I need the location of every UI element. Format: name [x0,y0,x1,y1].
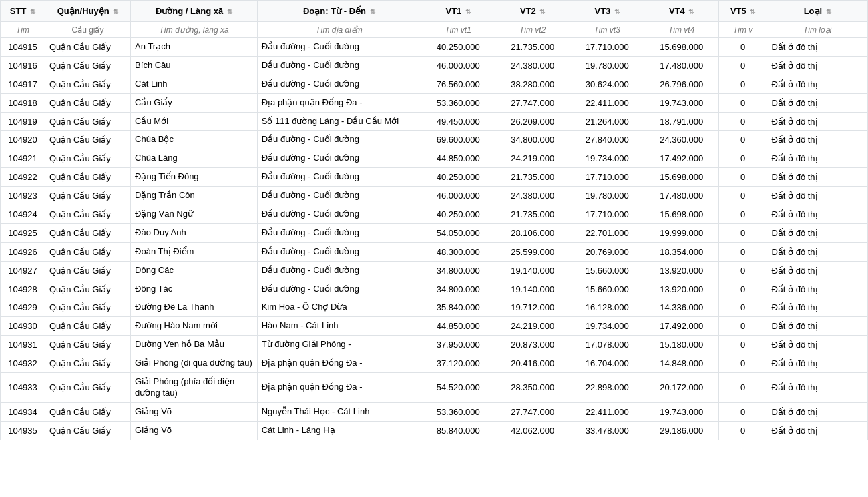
table-cell: Đặng Tiến Đông [131,168,258,187]
filter-cell-vt1[interactable] [421,22,495,38]
table-cell: 34.800.000 [495,131,570,149]
table-row[interactable]: 104918Quận Cầu GiấyCầu GiấyĐịa phận quận… [1,93,868,112]
filter-cell-vt3[interactable] [570,22,644,38]
table-cell: Quận Cầu Giấy [45,205,130,224]
sort-icon-doan[interactable]: ⇅ [370,8,375,15]
table-row[interactable]: 104925Quận Cầu GiấyĐào Duy AnhĐầu đường … [1,223,868,242]
filter-cell-vt5[interactable] [718,22,767,38]
search-input-stt[interactable] [5,25,41,35]
table-row[interactable]: 104935Quận Cầu GiấyGiảng VõCát Linh - Lá… [1,421,868,440]
table-row[interactable]: 104934Quận Cầu GiấyGiảng VõNguyễn Thái H… [1,402,868,421]
table-cell: Đoàn Thị Điểm [131,242,258,261]
table-row[interactable]: 104928Quận Cầu GiấyĐông TácĐầu đường - C… [1,280,868,298]
sort-icon-vt1[interactable]: ⇅ [465,8,471,15]
table-cell: 0 [718,223,767,242]
table-cell: Đầu đường - Cuối đường [257,75,421,93]
col-header-vt2[interactable]: VT2 ⇅ [495,1,570,22]
filter-cell-vt2[interactable] [495,22,570,38]
table-row[interactable]: 104922Quận Cầu GiấyĐặng Tiến ĐôngĐầu đườ… [1,168,868,187]
table-row[interactable]: 104933Quận Cầu GiấyGiải Phóng (phía đối … [1,373,868,403]
search-input-vt4[interactable] [648,25,714,35]
table-cell: 37.950.000 [421,336,495,354]
table-row[interactable]: 104927Quận Cầu GiấyĐông CácĐầu đường - C… [1,261,868,280]
table-cell: Cầu Mới [131,112,258,131]
table-cell: Địa phận quận Đống Đa - [257,354,421,373]
table-row[interactable]: 104919Quận Cầu GiấyCầu MớiSố 111 đường L… [1,112,868,131]
table-cell: 21.264.000 [570,112,644,131]
col-header-stt[interactable]: STT ⇅ [1,1,45,22]
search-input-duong[interactable] [135,25,253,35]
sort-icon-stt[interactable]: ⇅ [30,8,35,15]
table-cell: Đất ở đô thị [767,112,868,131]
search-input-vt5[interactable] [723,25,763,35]
table-cell: 25.599.000 [495,242,570,261]
table-cell: Đất ở đô thị [767,242,868,261]
col-header-doan[interactable]: Đoạn: Từ - Đến ⇅ [257,1,421,22]
sort-icon-quan[interactable]: ⇅ [113,8,118,15]
table-row[interactable]: 104930Quận Cầu GiấyĐường Hào Nam mớiHào … [1,317,868,336]
filter-cell-stt[interactable] [1,22,45,38]
search-input-vt3[interactable] [574,25,640,35]
table-cell: 46.000.000 [421,187,495,205]
table-cell: 0 [718,402,767,421]
table-row[interactable]: 104931Quận Cầu GiấyĐường Ven hồ Ba MẫuTừ… [1,336,868,354]
table-row[interactable]: 104932Quận Cầu GiấyGiải Phóng (đi qua đư… [1,354,868,373]
col-header-loai[interactable]: Loại ⇅ [767,1,868,22]
table-cell: Đất ở đô thị [767,149,868,168]
sort-icon-loai[interactable]: ⇅ [826,8,831,15]
table-cell: 22.411.000 [570,402,644,421]
table-cell: 19.712.000 [495,298,570,317]
table-cell: 34.800.000 [421,280,495,298]
table-cell: Đất ở đô thị [767,421,868,440]
col-header-vt3[interactable]: VT3 ⇅ [570,1,644,22]
table-cell: 22.701.000 [570,223,644,242]
table-row[interactable]: 104916Quận Cầu GiấyBích CâuĐầu đường - C… [1,56,868,75]
col-header-vt4[interactable]: VT4 ⇅ [644,1,719,22]
col-header-quan[interactable]: Quận/Huyện ⇅ [45,1,130,22]
table-cell: Quận Cầu Giấy [45,421,130,440]
sort-icon-vt4[interactable]: ⇅ [688,8,694,15]
table-cell: Đầu đường - Cuối đường [257,242,421,261]
filter-cell-vt4[interactable] [644,22,719,38]
col-header-vt5[interactable]: VT5 ⇅ [718,1,767,22]
table-cell: 44.850.000 [421,317,495,336]
table-cell: Đặng Trần Côn [131,187,258,205]
col-header-duong[interactable]: Đường / Làng xã ⇅ [131,1,258,22]
filter-cell-doan[interactable] [257,22,421,38]
table-row[interactable]: 104929Quận Cầu GiấyĐường Đê La ThànhKim … [1,298,868,317]
table-cell: Đầu đường - Cuối đường [257,38,421,57]
col-header-vt1[interactable]: VT1 ⇅ [421,1,495,22]
search-input-quan[interactable] [49,25,126,35]
table-cell: Quận Cầu Giấy [45,223,130,242]
table-cell: Chùa Bộc [131,131,258,149]
table-row[interactable]: 104926Quận Cầu GiấyĐoàn Thị ĐiểmĐầu đườn… [1,242,868,261]
table-cell: 0 [718,93,767,112]
table-cell: Đầu đường - Cuối đường [257,280,421,298]
table-cell: 0 [718,168,767,187]
filter-cell-quan[interactable] [45,22,130,38]
table-cell: Đầu đường - Cuối đường [257,261,421,280]
search-input-vt2[interactable] [499,25,566,35]
table-row[interactable]: 104917Quận Cầu GiấyCát LinhĐầu đường - C… [1,75,868,93]
table-cell: 15.660.000 [570,280,644,298]
table-cell: 16.704.000 [570,354,644,373]
table-row[interactable]: 104924Quận Cầu GiấyĐặng Văn NgữĐầu đường… [1,205,868,224]
table-cell: 54.050.000 [421,223,495,242]
table-cell: 24.360.000 [644,131,719,149]
table-row[interactable]: 104923Quận Cầu GiấyĐặng Trần CônĐầu đườn… [1,187,868,205]
sort-icon-vt3[interactable]: ⇅ [614,8,620,15]
table-row[interactable]: 104915Quận Cầu GiấyAn TrạchĐầu đường - C… [1,38,868,57]
sort-icon-duong[interactable]: ⇅ [227,8,232,15]
search-input-loai[interactable] [771,25,863,35]
filter-cell-loai[interactable] [767,22,868,38]
sort-icon-vt2[interactable]: ⇅ [539,8,545,15]
search-input-vt1[interactable] [425,25,491,35]
table-row[interactable]: 104920Quận Cầu GiấyChùa BộcĐầu đường - C… [1,131,868,149]
sort-icon-vt5[interactable]: ⇅ [750,8,755,15]
table-cell: 17.710.000 [570,168,644,187]
search-input-doan[interactable] [262,25,417,35]
filter-cell-duong[interactable] [131,22,258,38]
table-cell: Đất ở đô thị [767,261,868,280]
table-cell: Đầu đường - Cuối đường [257,223,421,242]
table-row[interactable]: 104921Quận Cầu GiấyChùa LángĐầu đường - … [1,149,868,168]
